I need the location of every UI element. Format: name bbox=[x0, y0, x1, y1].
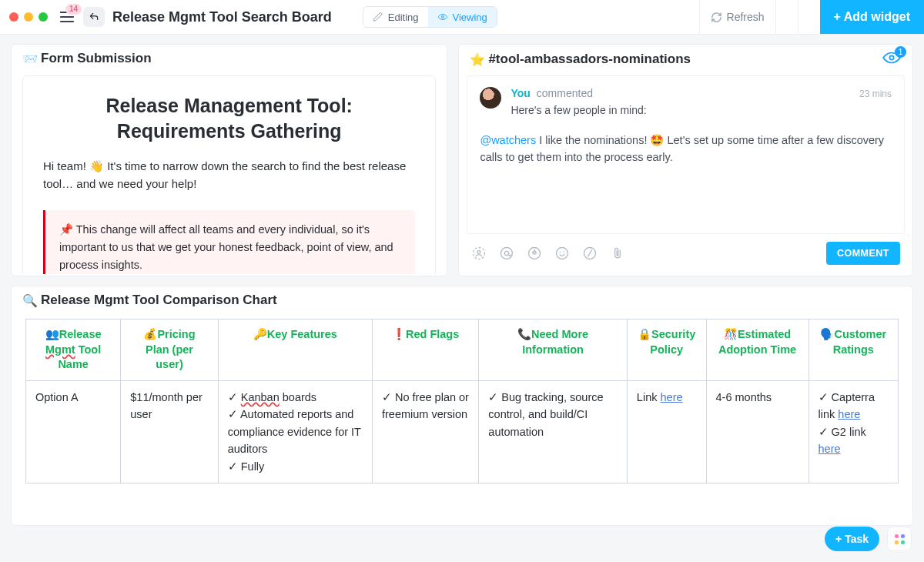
chat-timestamp: 23 mins bbox=[859, 89, 892, 99]
svg-point-0 bbox=[441, 16, 444, 18]
close-window-dot[interactable] bbox=[9, 12, 18, 22]
slash-command-icon[interactable] bbox=[582, 246, 598, 261]
chat-username[interactable]: You bbox=[511, 87, 530, 99]
fullscreen-icon[interactable] bbox=[798, 0, 820, 34]
col-security: 🔒Security Policy bbox=[627, 319, 706, 381]
chat-widget-title: #tool-ambassadors-nominations bbox=[488, 52, 691, 67]
cell-adoption: 4-6 months bbox=[706, 380, 808, 483]
col-pricing: 💰Pricing Plan (per user) bbox=[121, 319, 218, 381]
back-button[interactable] bbox=[83, 7, 105, 27]
mode-editing[interactable]: Editing bbox=[363, 7, 428, 27]
chat-message-1: Here's a few people in mind: bbox=[511, 104, 892, 116]
mode-editing-label: Editing bbox=[388, 12, 419, 23]
refresh-button[interactable]: Refresh bbox=[699, 0, 775, 34]
topbar-right: Refresh + Add widget bbox=[699, 0, 924, 34]
svg-point-6 bbox=[505, 251, 509, 255]
maximize-window-dot[interactable] bbox=[38, 12, 48, 22]
cell-name: Option A bbox=[26, 380, 121, 483]
avatar[interactable] bbox=[480, 87, 501, 109]
form-callout: 📌 This change will affect all teams and … bbox=[43, 210, 415, 275]
form-callout-text: This change will affect all teams and ev… bbox=[59, 223, 393, 271]
page-title: Release Mgmt Tool Search Board bbox=[112, 9, 332, 25]
form-intro: Hi team! 👋 It's time to narrow down the … bbox=[43, 157, 415, 193]
svg-point-4 bbox=[478, 251, 481, 254]
record-icon[interactable] bbox=[527, 246, 542, 261]
form-heading: Release Management Tool: Requirements Ga… bbox=[43, 93, 415, 143]
form-intro-pre: Hi team! bbox=[43, 159, 89, 172]
floating-actions: + Task bbox=[825, 527, 912, 551]
g2-link[interactable]: here bbox=[819, 443, 841, 455]
watchers-count: 1 bbox=[895, 46, 906, 58]
apps-button[interactable] bbox=[887, 527, 912, 551]
mac-window-controls bbox=[9, 12, 48, 22]
form-widget-title: Form Submission bbox=[41, 51, 152, 66]
form-document: Release Management Tool: Requirements Ga… bbox=[22, 75, 436, 274]
svg-point-8 bbox=[557, 248, 568, 259]
svg-point-10 bbox=[564, 252, 565, 253]
add-widget-label: + Add widget bbox=[834, 10, 910, 24]
chat-message-2: @watchers I like the nominations! 🤩 Let'… bbox=[480, 132, 892, 166]
history-icon[interactable] bbox=[775, 0, 798, 34]
chat-reply-text: I like the nominations! 🤩 Let's set up s… bbox=[480, 134, 884, 163]
comparison-widget: 🔍 Release Mgmt Tool Comparison Chart 👥Re… bbox=[11, 286, 913, 526]
assign-icon[interactable] bbox=[471, 246, 487, 261]
star-icon: ⭐ bbox=[470, 52, 485, 67]
cell-pricing: $11/month per user bbox=[121, 380, 218, 483]
chat-action: commented bbox=[537, 87, 593, 99]
cell-more-info: ✓ Bug tracking, source control, and buil… bbox=[479, 380, 628, 483]
pushpin-icon: 📌 bbox=[59, 223, 73, 236]
minimize-window-dot[interactable] bbox=[24, 12, 33, 22]
add-widget-button[interactable]: + Add widget bbox=[820, 0, 924, 34]
mode-viewing-label: Viewing bbox=[453, 12, 487, 23]
svg-point-5 bbox=[501, 248, 513, 259]
capterra-link[interactable]: here bbox=[838, 408, 860, 420]
cell-security: Link here bbox=[627, 380, 706, 483]
mode-viewing[interactable]: Viewing bbox=[428, 7, 497, 27]
col-tool-name: 👥Release Mgmt Tool Name bbox=[26, 319, 121, 381]
mode-toggle: Editing Viewing bbox=[363, 6, 497, 28]
col-adoption-time: 🎊Estimated Adoption Time bbox=[706, 319, 808, 381]
col-more-info: 📞Need More Information bbox=[479, 319, 628, 381]
col-red-flags: ❗Red Flags bbox=[372, 319, 478, 381]
mention[interactable]: @watchers bbox=[480, 134, 536, 146]
security-link[interactable]: here bbox=[661, 391, 683, 403]
form-submission-widget: 📨 Form Submission Release Management Too… bbox=[11, 44, 447, 276]
inbox-icon: 📨 bbox=[22, 52, 38, 66]
refresh-label: Refresh bbox=[727, 11, 765, 23]
new-task-button[interactable]: + Task bbox=[825, 527, 879, 551]
topbar: 14 Release Mgmt Tool Search Board Editin… bbox=[0, 0, 924, 35]
magnifier-icon: 🔍 bbox=[22, 293, 38, 308]
col-ratings: 🗣️Customer Ratings bbox=[808, 319, 898, 381]
task-label: Task bbox=[845, 533, 869, 545]
apps-icon bbox=[895, 534, 905, 544]
cell-flags: ✓ No free plan or freemium version bbox=[372, 380, 478, 483]
comment-button-label: COMMENT bbox=[837, 248, 889, 259]
comment-button[interactable]: COMMENT bbox=[826, 242, 900, 265]
comparison-widget-title: Release Mgmt Tool Comparison Chart bbox=[41, 293, 277, 308]
col-features: 🔑Key Features bbox=[218, 319, 372, 381]
chat-compose-toolbar: COMMENT bbox=[467, 234, 905, 265]
cell-features: ✓ Kanban boards ✓ Automated reports and … bbox=[218, 380, 372, 483]
plus-icon: + bbox=[835, 533, 842, 545]
svg-point-9 bbox=[560, 252, 561, 253]
emoji-icon[interactable] bbox=[554, 246, 570, 261]
wave-icon: 👋 bbox=[89, 159, 104, 172]
svg-point-2 bbox=[889, 55, 893, 59]
chat-widget: ⭐ #tool-ambassadors-nominations 1 You co… bbox=[458, 44, 913, 276]
cell-ratings: ✓ Capterra link here ✓ G2 link here bbox=[808, 380, 898, 483]
svg-point-7 bbox=[529, 248, 541, 259]
table-row: Option A $11/month per user ✓ Kanban boa… bbox=[26, 380, 899, 483]
table-header-row: 👥Release Mgmt Tool Name 💰Pricing Plan (p… bbox=[26, 319, 899, 381]
comparison-table: 👥Release Mgmt Tool Name 💰Pricing Plan (p… bbox=[25, 319, 899, 483]
notification-badge: 14 bbox=[65, 4, 82, 15]
chat-thread: You commented 23 mins Here's a few peopl… bbox=[467, 75, 905, 234]
watchers-icon[interactable]: 1 bbox=[882, 51, 902, 68]
menu-icon[interactable]: 14 bbox=[59, 8, 75, 25]
attach-icon[interactable] bbox=[610, 246, 625, 261]
mention-icon[interactable] bbox=[499, 246, 514, 261]
